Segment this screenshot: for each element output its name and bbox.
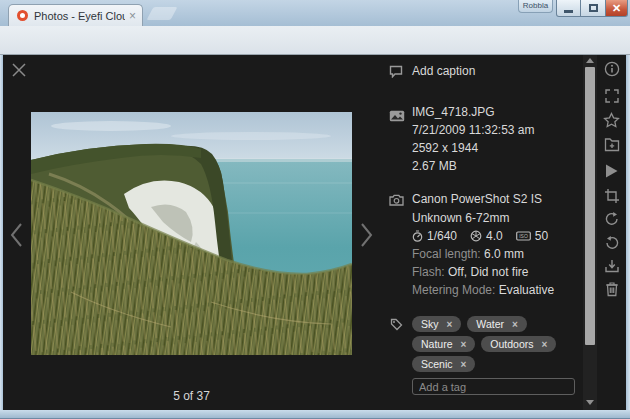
remove-tag-icon[interactable]: × — [447, 319, 453, 330]
tag-row-1: Sky× Water× — [412, 316, 527, 332]
window-border-bottom — [0, 410, 630, 419]
metering-value: Evaluative — [499, 283, 554, 297]
tab-close-icon[interactable]: × — [129, 10, 136, 22]
iso-icon-text: ISO — [519, 233, 528, 239]
tag-pill: Outdoors× — [481, 336, 556, 352]
window-titlebar: Photos - Eyefi Cloud × Robbla ✕ — [0, 0, 630, 26]
camera-lens: Unknown 6-72mm — [412, 211, 509, 225]
tag-row-2: Nature× Outdoors× — [412, 336, 556, 352]
flash-label: Flash: — [412, 265, 445, 279]
close-window-button[interactable]: ✕ — [605, 0, 628, 17]
focal-length-value: 6.0 mm — [484, 247, 524, 261]
iso-value: 50 — [535, 229, 548, 243]
aperture-iris-icon — [470, 230, 482, 242]
focal-length-row: Focal length: 6.0 mm — [412, 247, 524, 261]
metering-row: Metering Mode: Evaluative — [412, 283, 554, 297]
tag-row-3: Scenic× — [412, 356, 475, 372]
tag-label: Nature — [421, 338, 453, 350]
download-icon — [604, 258, 620, 274]
star-icon — [603, 112, 620, 129]
delete-button[interactable] — [603, 280, 620, 297]
tag-label: Scenic — [421, 358, 453, 370]
aperture: 4.0 — [470, 229, 503, 243]
chevron-right-icon — [360, 222, 374, 248]
file-size: 2.67 MB — [412, 159, 457, 173]
camera-icon — [389, 192, 405, 206]
photo-viewer-pane: 5 of 37 — [3, 55, 380, 410]
aperture-value: 4.0 — [486, 229, 503, 243]
photo-counter: 5 of 37 — [31, 389, 352, 403]
photo-tools-strip — [597, 55, 626, 410]
play-icon — [604, 163, 619, 179]
camera-model: Canon PowerShot S2 IS — [412, 192, 542, 206]
remove-tag-icon[interactable]: × — [512, 319, 518, 330]
remove-tag-icon[interactable]: × — [461, 359, 467, 370]
exif-summary-row: 1/640 4.0 ISO 50 — [412, 229, 548, 243]
file-name: IMG_4718.JPG — [412, 105, 495, 119]
tag-icon — [390, 317, 406, 331]
favorite-button[interactable] — [603, 112, 620, 129]
metering-label: Metering Mode: — [412, 283, 495, 297]
photo-image — [31, 112, 352, 355]
rotate-right-button[interactable] — [603, 210, 620, 227]
tag-pill: Nature× — [412, 336, 475, 352]
flash-row: Flash: Off, Did not fire — [412, 265, 529, 279]
close-icon — [11, 62, 27, 78]
trash-icon — [605, 281, 619, 297]
download-button[interactable] — [603, 257, 620, 274]
photo-cliff-seascape[interactable] — [31, 112, 352, 355]
add-caption-button[interactable]: Add caption — [412, 64, 475, 78]
profile-badge[interactable]: Robbla — [518, 0, 553, 13]
tag-pill: Water× — [467, 316, 526, 332]
tag-pill: Scenic× — [412, 356, 475, 372]
scrollbar-thumb[interactable] — [585, 67, 595, 345]
maximize-button[interactable] — [580, 0, 606, 17]
image-file-icon — [389, 108, 405, 122]
file-datetime: 7/21/2009 11:32:53 am — [412, 123, 535, 137]
caption-bubble-icon — [389, 64, 405, 78]
fullscreen-button[interactable] — [603, 87, 620, 104]
iso-icon: ISO — [516, 231, 531, 241]
browser-tab[interactable]: Photos - Eyefi Cloud × — [8, 4, 143, 26]
scroll-down-icon[interactable] — [586, 400, 594, 405]
crop-icon — [604, 188, 620, 204]
tag-label: Outdoors — [490, 338, 533, 350]
rotate-clockwise-icon — [604, 211, 620, 227]
minimize-icon — [564, 10, 573, 13]
focal-length-label: Focal length: — [412, 247, 481, 261]
next-photo-button[interactable] — [360, 222, 374, 252]
flash-value: Off, Did not fire — [448, 265, 528, 279]
add-to-album-icon — [604, 137, 620, 152]
minimize-button[interactable] — [556, 0, 581, 17]
tag-pill: Sky× — [412, 316, 461, 332]
eyefi-favicon-icon — [17, 10, 28, 21]
shutter-speed: 1/640 — [412, 229, 457, 243]
tag-label: Water — [476, 318, 504, 330]
info-button[interactable] — [603, 60, 620, 77]
add-tag-input[interactable] — [412, 378, 575, 395]
shutter-timer-icon — [412, 230, 423, 242]
close-viewer-button[interactable] — [11, 62, 27, 78]
remove-tag-icon[interactable]: × — [542, 339, 548, 350]
info-icon — [604, 61, 620, 77]
tag-label: Sky — [421, 318, 439, 330]
crop-button[interactable] — [603, 187, 620, 204]
slideshow-button[interactable] — [603, 162, 620, 179]
close-window-icon: ✕ — [612, 3, 621, 14]
maximize-icon — [589, 4, 598, 12]
chevron-left-icon — [9, 222, 23, 248]
file-dimensions: 2592 x 1944 — [412, 141, 478, 155]
previous-photo-button[interactable] — [9, 222, 23, 252]
window-border-right — [626, 55, 630, 410]
browser-toolbar: https://app.eyefi.com — [0, 26, 630, 55]
fullscreen-icon — [604, 88, 620, 104]
remove-tag-icon[interactable]: × — [461, 339, 467, 350]
new-tab-button[interactable] — [147, 7, 178, 20]
tab-title: Photos - Eyefi Cloud — [34, 10, 125, 22]
iso: ISO 50 — [516, 229, 548, 243]
add-to-album-button[interactable] — [603, 136, 620, 153]
rotate-left-button[interactable] — [603, 234, 620, 251]
shutter-value: 1/640 — [427, 229, 457, 243]
rotate-counterclockwise-icon — [604, 235, 620, 251]
scroll-up-icon[interactable] — [586, 58, 594, 63]
